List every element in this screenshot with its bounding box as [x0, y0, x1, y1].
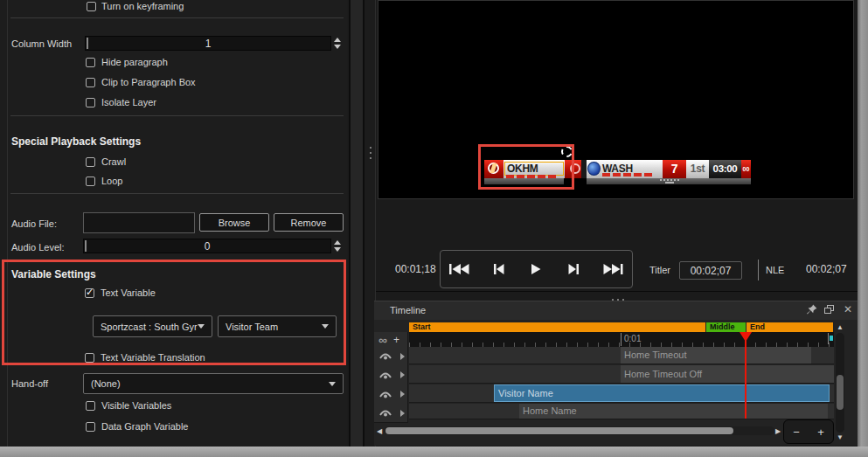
- v-scrollbar-thumb[interactable]: [837, 375, 844, 410]
- audio-level-stepper[interactable]: 0: [83, 239, 331, 253]
- clip-home-name[interactable]: Home Name: [519, 404, 828, 419]
- visibility-eye-icon[interactable]: [378, 390, 392, 399]
- visibility-eye-icon[interactable]: [378, 408, 392, 418]
- clip-home-timeout[interactable]: Home Timeout: [621, 347, 811, 364]
- clip-home-timeout-off[interactable]: Home Timeout Off: [621, 365, 834, 383]
- titler-timecode: 00:02;07: [691, 265, 732, 277]
- clip-visitor-name[interactable]: Visitor Name: [494, 384, 830, 402]
- titler-timecode-box[interactable]: 00:02;07: [679, 261, 742, 280]
- previous-frame-button[interactable]: [482, 256, 515, 282]
- scroll-down-button[interactable]: ▼: [837, 434, 844, 441]
- track-expand-arrow[interactable]: [400, 391, 405, 398]
- zoom-out-button[interactable]: −: [793, 426, 800, 439]
- track-2-controls: [374, 365, 408, 385]
- marker-teal: [830, 336, 833, 341]
- text-variable-checkbox[interactable]: [85, 288, 94, 298]
- spinner-up-icon[interactable]: [334, 240, 341, 245]
- audio-level-spin-arrows[interactable]: [332, 239, 343, 253]
- close-panel-button[interactable]: ✕: [844, 303, 852, 315]
- column-width-value: 1: [205, 38, 212, 50]
- play-icon: [531, 263, 541, 275]
- playhead-line[interactable]: [745, 340, 746, 419]
- visible-variables-label: Visible Variables: [101, 400, 171, 412]
- audio-level-label: Audio Level:: [11, 242, 65, 253]
- previous-frame-icon: [492, 263, 504, 275]
- nle-timecode: 00:02;07: [806, 263, 847, 275]
- turn-on-keyframing-label: Turn on keyframing: [101, 1, 184, 12]
- scroll-right-button[interactable]: ▶: [775, 428, 781, 435]
- hide-paragraph-checkbox[interactable]: [86, 58, 95, 67]
- phase-start-segment[interactable]: Start: [409, 322, 706, 332]
- scroll-up-button[interactable]: ▲: [837, 324, 844, 331]
- variable-field-value: Visitor Team: [226, 322, 322, 332]
- video-preview[interactable]: OKHM WASH 7 1st 03:00: [378, 0, 854, 199]
- scoreboard-substrip: [587, 178, 751, 184]
- loop-label: Loop: [101, 176, 122, 187]
- loop-checkbox[interactable]: [86, 177, 95, 186]
- phase-end-segment[interactable]: End: [746, 322, 834, 332]
- v-scrollbar-track[interactable]: [836, 333, 844, 433]
- period-text: 1st: [691, 163, 705, 175]
- next-frame-icon: [568, 263, 580, 275]
- timeline-ruler[interactable]: 0:01: [409, 332, 834, 347]
- spinner-down-icon[interactable]: [334, 45, 341, 49]
- window-edge-right: [858, 0, 868, 457]
- hand-off-dropdown[interactable]: (None): [83, 373, 344, 394]
- zoom-controls: − +: [783, 419, 834, 444]
- browse-button[interactable]: Browse: [199, 213, 269, 232]
- track-expand-arrow[interactable]: [400, 371, 405, 378]
- play-button[interactable]: [519, 256, 552, 282]
- scroll-left-button[interactable]: ◀: [377, 428, 382, 435]
- crawl-label: Crawl: [101, 156, 126, 168]
- spinner-up-icon[interactable]: [334, 38, 341, 42]
- spinner-down-icon[interactable]: [334, 247, 341, 252]
- text-variable-translation-checkbox[interactable]: [85, 353, 94, 363]
- clip-to-paragraph-checkbox[interactable]: [86, 78, 95, 87]
- hand-off-value: (None): [91, 378, 329, 389]
- vertical-splitter-handle[interactable]: [370, 143, 372, 163]
- next-frame-button[interactable]: [558, 256, 591, 282]
- track-row: Home Timeout Off: [409, 365, 834, 384]
- clock-frac-text: 00: [743, 166, 750, 172]
- zoom-in-button[interactable]: +: [817, 426, 824, 439]
- visibility-eye-icon[interactable]: [378, 351, 392, 361]
- column-width-stepper[interactable]: 1: [85, 36, 331, 51]
- remove-button[interactable]: Remove: [274, 213, 344, 232]
- variable-source-dropdown[interactable]: Sportzcast : South Gyr: [93, 315, 212, 337]
- track-row: Home Name: [409, 404, 834, 419]
- phase-middle-segment[interactable]: Middle: [706, 322, 746, 332]
- home-score-segment: 7: [663, 160, 686, 178]
- column-width-spin-arrows[interactable]: [332, 36, 343, 50]
- audio-file-input[interactable]: [83, 212, 195, 233]
- track-4-controls: [374, 404, 408, 423]
- panel-scrollbar[interactable]: [349, 0, 365, 447]
- divider: [10, 193, 344, 194]
- variable-settings-header: Variable Settings: [11, 268, 96, 280]
- skip-to-start-button[interactable]: [443, 256, 476, 282]
- h-scrollbar-thumb[interactable]: [385, 427, 733, 434]
- skip-to-end-button[interactable]: [596, 256, 629, 282]
- track-row: Home Timeout: [409, 347, 834, 364]
- turn-on-keyframing-checkbox[interactable]: [87, 2, 96, 11]
- track-expand-arrow[interactable]: [400, 353, 405, 360]
- isolate-layer-label: Isolate Layer: [101, 97, 156, 108]
- h-scrollbar-track[interactable]: [385, 426, 774, 435]
- loop-track-cell: ∞ +: [374, 332, 408, 348]
- visible-variables-checkbox[interactable]: [86, 401, 95, 411]
- track-expand-arrow[interactable]: [400, 410, 405, 417]
- crawl-checkbox[interactable]: [86, 157, 95, 167]
- add-track-button[interactable]: +: [393, 335, 399, 345]
- data-graph-variable-checkbox[interactable]: [86, 422, 95, 432]
- pin-panel-button[interactable]: [806, 304, 817, 317]
- ruler-time-label: 0:01: [624, 334, 641, 343]
- chevron-down-icon: [198, 324, 205, 329]
- isolate-layer-checkbox[interactable]: [86, 98, 95, 107]
- special-playback-header: Special Playback Settings: [11, 135, 141, 148]
- track-3-controls: [374, 384, 408, 405]
- phase-bar[interactable]: Start Middle End: [409, 322, 834, 332]
- skip-to-end-icon: [603, 263, 623, 275]
- variable-field-dropdown[interactable]: Visitor Team: [218, 315, 337, 337]
- layer-settings-panel: Turn on keyframing Column Width 1 Hide p…: [0, 0, 347, 447]
- visibility-eye-icon[interactable]: [378, 370, 392, 380]
- annotation-box-selected-object: [478, 144, 574, 190]
